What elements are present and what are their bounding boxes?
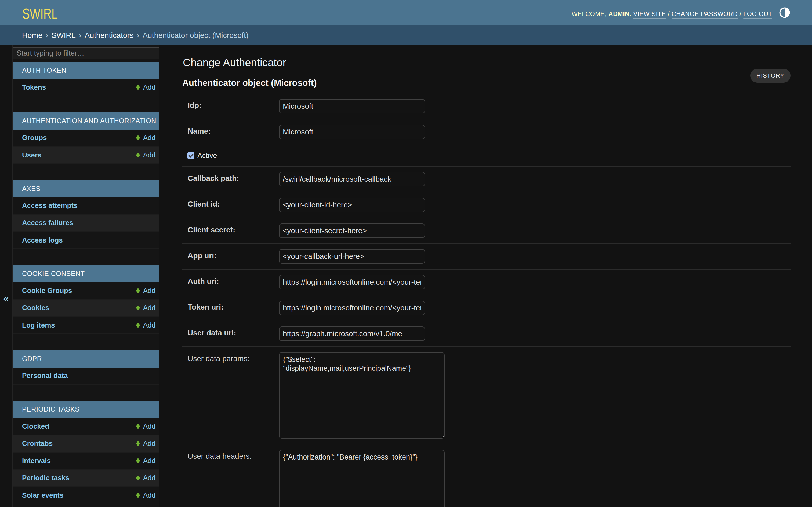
svg-text:SWIRL: SWIRL: [22, 5, 58, 22]
